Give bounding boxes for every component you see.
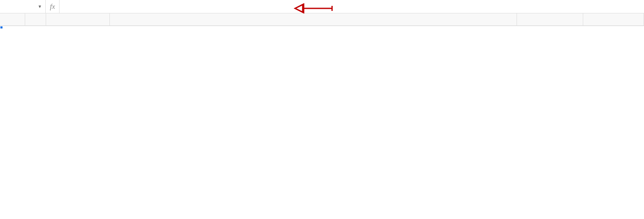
formula-bar: ▼ fx: [0, 0, 644, 13]
col-header-C[interactable]: [110, 13, 517, 26]
column-header-row: [0, 13, 644, 26]
fx-icon[interactable]: fx: [45, 0, 60, 13]
select-all-corner[interactable]: [0, 13, 25, 26]
col-header-B[interactable]: [46, 13, 110, 26]
col-header-A[interactable]: [25, 13, 46, 26]
name-box[interactable]: ▼: [3, 4, 45, 9]
name-box-dropdown-icon[interactable]: ▼: [38, 4, 42, 9]
col-header-E[interactable]: [583, 13, 644, 26]
col-header-D[interactable]: [517, 13, 583, 26]
fill-handle[interactable]: [0, 26, 3, 29]
